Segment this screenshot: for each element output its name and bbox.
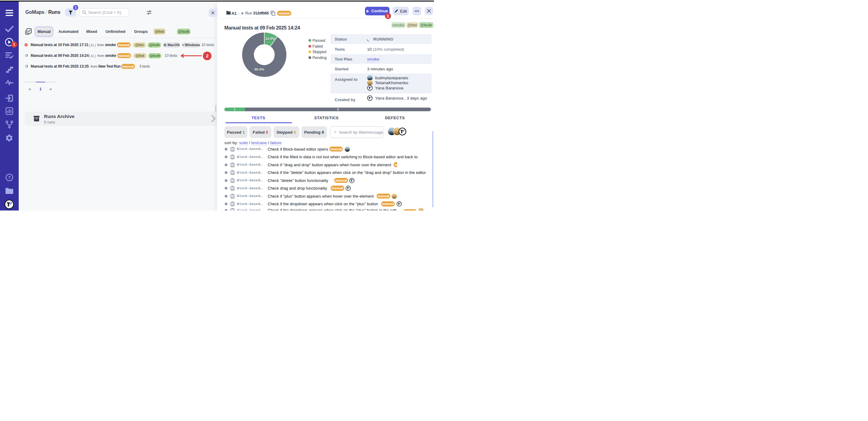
svg-text:10.0%: 10.0%: [265, 37, 275, 40]
svg-text:90.0%: 90.0%: [254, 67, 265, 71]
svg-text:?: ?: [8, 175, 11, 180]
